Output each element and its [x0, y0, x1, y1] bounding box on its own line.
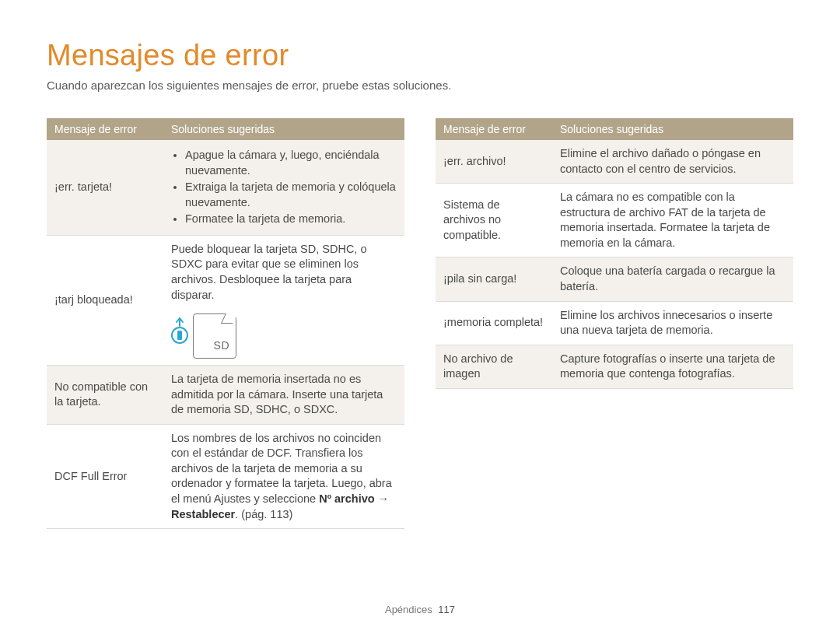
error-solution: Los nombres de los archivos no coinciden… [163, 424, 404, 528]
table-row: Sistema de archivos no compatible. La cá… [436, 184, 793, 257]
header-solution: Soluciones sugeridas [163, 118, 404, 140]
sd-card-body-icon: SD [193, 313, 236, 359]
table-header-row: Mensaje de error Soluciones sugeridas [47, 118, 404, 140]
sd-description: Puede bloquear la tarjeta SD, SDHC, o SD… [171, 242, 397, 303]
error-solution: Puede bloquear la tarjeta SD, SDHC, o SD… [163, 235, 404, 365]
error-solution: Capture fotografías o inserte una tarjet… [552, 345, 793, 388]
sd-card-illustration: SD [171, 312, 397, 359]
error-table-left: Mensaje de error Soluciones sugeridas ¡e… [47, 118, 404, 529]
svg-rect-1 [177, 331, 182, 340]
error-solution: Apague la cámara y, luego, enciéndala nu… [163, 140, 404, 235]
error-name: No archivo de imagen [436, 345, 552, 388]
error-solution: La cámara no es compatible con la estruc… [552, 184, 793, 257]
error-name: ¡err. tarjeta! [47, 140, 163, 235]
bold-option-2: Restablecer [171, 508, 235, 520]
error-name: No compatible con la tarjeta. [47, 366, 163, 425]
error-name: ¡memoria completa! [436, 301, 552, 345]
header-error: Mensaje de error [47, 118, 163, 140]
error-table-right: Mensaje de error Soluciones sugeridas ¡e… [436, 118, 793, 389]
error-name: ¡pila sin carga! [436, 257, 552, 301]
header-error: Mensaje de error [436, 118, 552, 140]
table-row: ¡memoria completa! Elimine los archivos … [436, 301, 793, 345]
sd-card-label: SD [214, 338, 229, 353]
page-title: Mensajes de error [47, 39, 793, 72]
table-row: ¡pila sin carga! Coloque una batería car… [436, 257, 793, 301]
page-footer: Apéndices 117 [0, 604, 840, 615]
bold-option-1: Nº archivo [319, 492, 374, 505]
error-solution: Coloque una batería cargada o recargue l… [552, 257, 793, 301]
table-row: DCF Full Error Los nombres de los archiv… [47, 424, 404, 528]
table-row: No compatible con la tarjeta. La tarjeta… [47, 366, 404, 425]
intro-text: Cuando aparezcan los siguientes mensajes… [47, 79, 793, 92]
two-column-layout: Mensaje de error Soluciones sugeridas ¡e… [47, 118, 793, 529]
sd-lock-icon [171, 312, 188, 359]
error-solution: Elimine los archivos innecesarios o inse… [552, 301, 793, 345]
bullet-item: Formatee la tarjeta de memoria. [185, 212, 397, 227]
bullet-list: Apague la cámara y, luego, enciéndala nu… [171, 148, 397, 227]
error-name: Sistema de archivos no compatible. [436, 184, 552, 257]
bullet-item: Apague la cámara y, luego, enciéndala nu… [185, 148, 397, 178]
error-solution: Elimine el archivo dañado o póngase en c… [552, 140, 793, 184]
error-name: ¡tarj bloqueada! [47, 235, 163, 365]
left-column: Mensaje de error Soluciones sugeridas ¡e… [47, 118, 404, 529]
error-name: ¡err. archivo! [436, 140, 552, 184]
table-row: ¡err. tarjeta! Apague la cámara y, luego… [47, 140, 404, 235]
header-solution: Soluciones sugeridas [552, 118, 793, 140]
right-column: Mensaje de error Soluciones sugeridas ¡e… [436, 118, 793, 529]
table-header-row: Mensaje de error Soluciones sugeridas [436, 118, 793, 140]
table-row: ¡tarj bloqueada! Puede bloquear la tarje… [47, 235, 404, 365]
error-name: DCF Full Error [47, 424, 163, 528]
table-row: No archivo de imagen Capture fotografías… [436, 345, 793, 388]
table-row: ¡err. archivo! Elimine el archivo dañado… [436, 140, 793, 184]
arrow-icon: → [375, 492, 390, 505]
footer-section: Apéndices [385, 604, 432, 615]
error-solution: La tarjeta de memoria insertada no es ad… [163, 366, 404, 425]
desc-suffix: . (pág. 113) [235, 508, 292, 520]
bullet-item: Extraiga la tarjeta de memoria y colóque… [185, 180, 397, 210]
page-number: 117 [438, 604, 455, 615]
